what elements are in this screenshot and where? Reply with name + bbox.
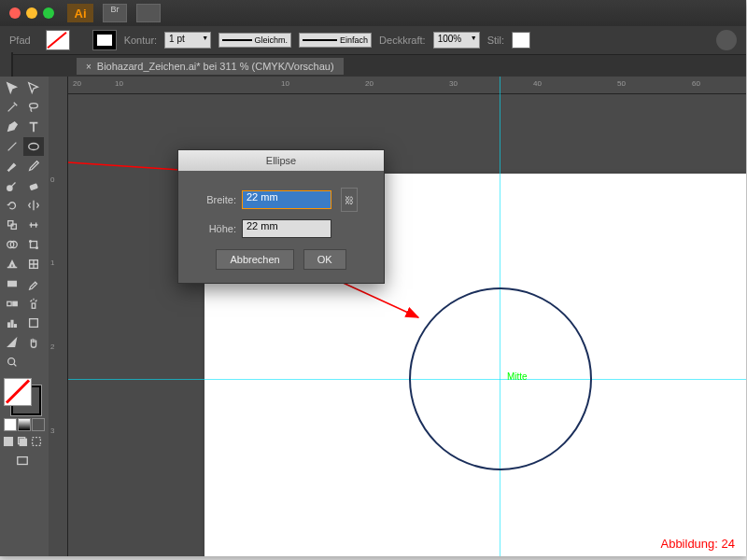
close-window[interactable] [9,7,21,19]
maximize-window[interactable] [43,7,54,19]
eraser-tool[interactable] [23,176,44,195]
style-swatch[interactable] [512,32,530,49]
htick: 10 [281,79,289,88]
guide-horizontal[interactable] [68,379,746,380]
height-label: Höhe: [193,223,236,234]
document-tab[interactable]: × Biohazard_Zeichen.ai* bei 311 % (CMYK/… [77,58,344,75]
rotate-tool[interactable] [2,196,22,215]
fill-stroke-indicator[interactable] [2,376,43,417]
free-transform-tool[interactable] [23,235,44,254]
svg-rect-16 [8,323,10,327]
close-tab-icon[interactable]: × [86,62,92,72]
direct-selection-tool[interactable] [23,78,44,97]
stroke-width-profile[interactable]: Gleichm. [218,33,291,48]
htick: 40 [533,79,542,88]
htick: 20 [73,79,81,88]
cancel-button[interactable]: Abbrechen [216,249,293,270]
htick: 20 [365,79,374,88]
opacity-label: Deckkraft: [379,35,426,46]
smart-guide-label: Mitte [507,371,528,382]
draw-inside-btn[interactable] [30,432,43,451]
artboard-tool[interactable] [23,314,44,332]
vtick: 1 [50,259,54,267]
paintbrush-tool[interactable] [2,157,22,175]
ellipse-shape[interactable] [409,287,592,470]
opacity-dropdown[interactable]: 100% [433,32,480,49]
column-graph-tool[interactable] [2,314,22,332]
color-mode-row [2,418,47,431]
toolbox [0,77,49,556]
link-dimensions-icon[interactable]: ⛓ [341,188,358,212]
symbol-sprayer-tool[interactable] [23,294,44,313]
brush-def-dropdown[interactable]: Einfach [299,33,372,48]
figure-caption: Abbildung: 24 [660,537,735,551]
stroke-swatch[interactable] [92,30,117,50]
color-mode-btn[interactable] [4,418,17,431]
height-input[interactable]: 22 mm [242,219,331,238]
svg-rect-5 [11,224,16,229]
svg-point-1 [29,144,39,150]
line-tool[interactable] [2,137,22,156]
arrange-docs-button[interactable] [136,4,161,22]
htick: 10 [115,79,123,88]
eyedropper-tool[interactable] [23,274,44,293]
htick: 60 [692,79,700,88]
gradient-tool[interactable] [2,274,22,293]
fill-swatch[interactable] [46,30,70,50]
cloud-button[interactable] [716,30,737,50]
draw-normal-btn[interactable] [2,432,15,451]
bridge-button[interactable]: Br [103,4,127,22]
kontur-label: Kontur: [124,35,157,46]
reflect-tool[interactable] [23,196,44,215]
vtick: 2 [50,343,54,351]
svg-rect-12 [8,281,17,286]
blob-brush-tool[interactable] [2,176,22,195]
ok-button[interactable]: OK [303,249,346,270]
svg-rect-24 [33,438,41,446]
perspective-grid-tool[interactable] [2,255,22,273]
lasso-tool[interactable] [23,98,44,117]
gradient-mode-btn[interactable] [18,418,31,431]
draw-behind-btn[interactable] [16,432,29,451]
minimize-window[interactable] [26,7,37,19]
ellipse-dialog: Ellipse Breite: 22 mm ⛓ Höhe: 22 mm Abbr… [177,149,385,284]
magic-wand-tool[interactable] [2,98,22,117]
svg-rect-13 [7,301,11,305]
mesh-tool[interactable] [23,255,44,273]
svg-rect-17 [11,320,13,327]
svg-point-10 [36,247,38,249]
vtick: 0 [50,175,54,184]
shape-builder-tool[interactable] [2,235,22,254]
svg-rect-15 [32,303,35,308]
dialog-title: Ellipse [178,150,384,171]
svg-rect-25 [18,457,28,465]
hand-tool[interactable] [23,333,44,352]
scale-tool[interactable] [2,216,22,234]
none-mode-btn[interactable] [32,418,45,431]
slice-tool[interactable] [2,333,22,352]
canvas[interactable]: 10 20 10 20 30 40 50 60 Mitte [68,77,746,556]
width-input[interactable]: 22 mm [242,190,331,209]
width-label: Breite: [193,194,236,205]
stroke-weight-dropdown[interactable]: 1 pt [164,32,211,49]
svg-point-20 [8,358,15,365]
svg-point-9 [30,241,32,243]
selection-type-label: Pfad [9,35,31,46]
ruler-vertical[interactable]: 0 1 2 3 [49,77,68,556]
screen-mode-btn[interactable] [2,452,43,470]
svg-rect-21 [5,438,13,446]
pen-tool[interactable] [2,118,22,136]
type-tool[interactable] [23,118,44,136]
selection-tool[interactable] [2,78,22,97]
gleichm-label: Gleichm. [255,35,289,45]
blend-tool[interactable] [2,294,22,313]
svg-rect-14 [13,301,17,305]
width-tool[interactable] [23,216,44,234]
svg-rect-4 [8,221,13,226]
ellipse-tool[interactable] [23,137,44,156]
style-label: Stil: [487,35,504,46]
ruler-horizontal[interactable]: 10 20 10 20 30 40 50 60 [68,77,746,94]
zoom-tool[interactable] [2,353,22,371]
htick: 50 [617,79,626,88]
pencil-tool[interactable] [23,157,44,175]
